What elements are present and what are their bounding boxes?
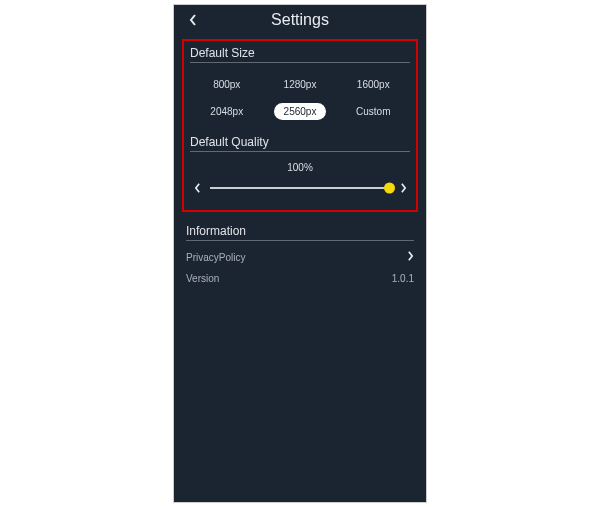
chevron-left-icon: [194, 183, 201, 193]
divider: [186, 240, 414, 241]
quality-decrease-button[interactable]: [190, 181, 204, 195]
chevron-left-icon: [189, 14, 197, 26]
size-option-custom[interactable]: Custom: [337, 103, 410, 120]
quality-slider-track[interactable]: [210, 187, 390, 189]
chevron-right-icon: [400, 183, 407, 193]
divider: [190, 151, 410, 152]
privacy-policy-label: PrivacyPolicy: [186, 252, 245, 263]
settings-screen: Settings Default Size 800px 1280px 1600p…: [173, 4, 427, 503]
section-title-default-size: Default Size: [190, 46, 410, 60]
highlighted-settings-area: Default Size 800px 1280px 1600px 2048px …: [182, 39, 418, 212]
size-options: 800px 1280px 1600px 2048px 2560px Custom: [190, 71, 410, 125]
section-title-information: Information: [186, 224, 414, 238]
section-title-default-quality: Default Quality: [190, 135, 410, 149]
version-label: Version: [186, 273, 219, 284]
page-title: Settings: [271, 11, 329, 28]
header: Settings: [174, 5, 426, 35]
version-row: Version 1.0.1: [186, 273, 414, 284]
version-value: 1.0.1: [392, 273, 414, 284]
divider: [190, 62, 410, 63]
size-option-2560[interactable]: 2560px: [263, 103, 336, 120]
quality-slider-thumb[interactable]: [384, 183, 395, 194]
quality-value: 100%: [287, 162, 313, 173]
back-button[interactable]: [184, 11, 202, 29]
privacy-policy-row[interactable]: PrivacyPolicy: [186, 251, 414, 263]
chevron-right-icon: [407, 251, 414, 263]
size-option-1280[interactable]: 1280px: [263, 76, 336, 93]
quality-value-row: 100%: [190, 162, 410, 176]
information-section: Information PrivacyPolicy Version 1.0.1: [186, 224, 414, 284]
size-option-1600[interactable]: 1600px: [337, 76, 410, 93]
size-option-2048[interactable]: 2048px: [190, 103, 263, 120]
quality-slider-row: [190, 178, 410, 198]
size-option-800[interactable]: 800px: [190, 76, 263, 93]
quality-increase-button[interactable]: [396, 181, 410, 195]
